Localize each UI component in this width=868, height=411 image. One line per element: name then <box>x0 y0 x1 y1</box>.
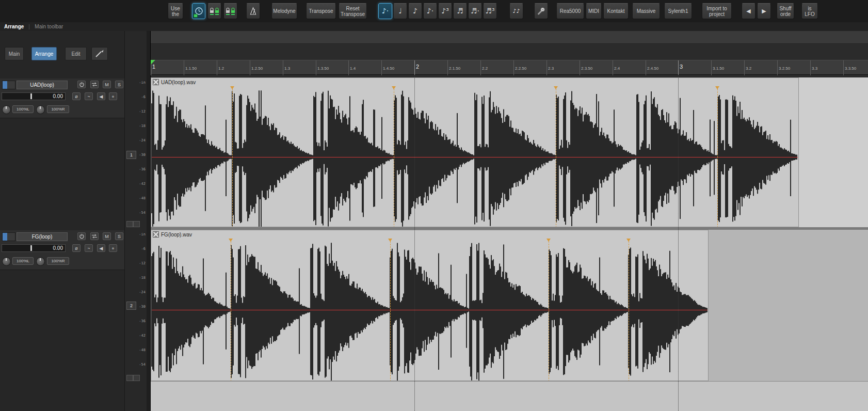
timeline-ruler[interactable]: 11.1.501.21.2.501.31.3.501.41.4.5022.1.5… <box>151 60 868 75</box>
grid-eighth-note-button[interactable]: ♪ <box>408 3 422 19</box>
phase-button[interactable]: ø <box>72 92 81 100</box>
zero-line <box>152 310 708 310</box>
mute-button[interactable]: M <box>103 81 111 88</box>
microphone-button[interactable] <box>534 3 548 19</box>
pan-left-knob[interactable] <box>2 257 11 266</box>
item-name: FG(loop).wav <box>161 232 192 238</box>
dock-tab-arrange[interactable]: Arrange <box>4 24 24 29</box>
panel-arrange-divider[interactable] <box>147 31 151 411</box>
lock-toggle-button-1[interactable] <box>207 3 221 19</box>
arrange-view[interactable]: 11.1.501.21.2.501.31.3.501.41.4.5022.1.5… <box>151 31 868 411</box>
grid-sixteenth-dotted-button[interactable]: ♬· <box>468 3 482 19</box>
volume-fader[interactable]: 0.00 <box>2 92 66 100</box>
volume-fader-handle[interactable] <box>30 93 32 99</box>
phase-button[interactable]: ø <box>72 244 81 252</box>
marker-flag[interactable] <box>151 60 155 65</box>
button-label: Massive <box>637 8 656 14</box>
lock-toggle-button-2[interactable] <box>223 3 237 19</box>
track-power-button[interactable] <box>77 232 86 240</box>
reset-transpose-button[interactable]: Reset Transpose <box>339 3 367 19</box>
empty-track-area[interactable] <box>151 381 868 411</box>
grid-quarter-note-button[interactable]: ♩ <box>393 3 407 19</box>
ruler-label: 3 <box>680 64 683 70</box>
volume-fader-handle[interactable] <box>30 245 32 251</box>
pan-right-value: 100%R <box>47 105 69 113</box>
track-env-mini-button[interactable] <box>133 375 140 381</box>
melodyne-button[interactable]: Melodyne <box>271 3 297 19</box>
track-cycle-button[interactable] <box>90 232 99 240</box>
rea5000-button[interactable]: Rea5000 <box>556 3 584 19</box>
envelope-button[interactable]: ~ <box>85 244 93 252</box>
panel-tab-edit[interactable]: Edit <box>65 47 87 60</box>
stretch-marker[interactable] <box>717 86 718 227</box>
dock-tab-main-toolbar[interactable]: Main toolbar <box>35 24 63 29</box>
metronome-button[interactable] <box>246 3 260 19</box>
grid-dotted-eighth-button[interactable]: ♪· <box>378 3 392 19</box>
sylenth1-button[interactable]: Sylenth1 <box>664 3 692 19</box>
track-panel-1[interactable]: UAD(loop) M S 0.00 ø ~ ◀ ● 100%L 100%R <box>0 78 124 118</box>
nav-back-button[interactable]: ◀ <box>742 3 756 19</box>
massive-button[interactable]: Massive <box>632 3 660 19</box>
ruler-tick <box>283 60 283 75</box>
track-cycle-button[interactable] <box>90 81 99 88</box>
track-icon[interactable] <box>2 81 15 89</box>
track-fx-mini-button[interactable] <box>126 221 133 227</box>
note-icon: ♪ <box>413 8 417 14</box>
ruler-tick <box>381 60 382 75</box>
is-lfo-button[interactable]: is LFO <box>801 3 818 19</box>
shuffle-order-button[interactable]: Shuff orde <box>777 3 794 19</box>
stretch-marker[interactable] <box>232 86 233 227</box>
track-name-field[interactable]: UAD(loop) <box>17 81 68 89</box>
pan-right-knob[interactable] <box>36 105 45 114</box>
record-arm-button[interactable]: ● <box>109 244 117 252</box>
stretch-marker[interactable] <box>390 239 391 381</box>
grid-sixteenth-note-button[interactable]: ♬ <box>453 3 467 19</box>
track-icon[interactable] <box>2 232 15 241</box>
solo-button[interactable]: S <box>115 232 123 240</box>
monitor-button[interactable]: ◀ <box>97 92 105 100</box>
mute-button[interactable]: M <box>103 232 111 240</box>
nav-forward-button[interactable]: ▶ <box>757 3 771 19</box>
pan-right-knob[interactable] <box>36 257 45 266</box>
pan-left-value: 100%L <box>12 105 34 113</box>
stretch-marker[interactable] <box>549 239 549 381</box>
track-panel-2[interactable]: FG(loop) M S 0.00 ø ~ ◀ ● 100%L 100%R <box>0 230 124 270</box>
envelope-button[interactable]: ~ <box>85 92 93 100</box>
swing-notes-button[interactable]: ♪♪ <box>509 3 523 19</box>
media-item-fg-loop[interactable]: FG(loop).wav <box>151 230 709 381</box>
volume-value: 0.00 <box>53 93 63 99</box>
transpose-button[interactable]: Transpose <box>306 3 336 19</box>
stretch-marker[interactable] <box>231 239 231 381</box>
grid-eighth-triplet-button[interactable]: ♪³ <box>438 3 452 19</box>
panel-tab-main[interactable]: Main <box>5 47 24 60</box>
grid-sixteenth-triplet-button[interactable]: ♬³ <box>483 3 497 19</box>
monitor-button[interactable]: ◀ <box>97 244 105 252</box>
track-name-field[interactable]: FG(loop) <box>17 232 68 241</box>
kontakt-button[interactable]: Kontakt <box>603 3 629 19</box>
stretch-marker[interactable] <box>556 86 556 227</box>
volume-value: 0.00 <box>53 245 63 251</box>
use-the-button[interactable]: Use the <box>168 3 183 19</box>
track-env-mini-button[interactable] <box>133 221 140 227</box>
item-icon <box>153 79 159 85</box>
midi-button[interactable]: MIDI <box>586 3 602 19</box>
db-label: -30 <box>139 153 146 157</box>
time-lock-button[interactable] <box>192 3 205 19</box>
track-power-button[interactable] <box>77 81 86 88</box>
record-arm-button[interactable]: ● <box>109 92 117 100</box>
import-to-project-button[interactable]: Import to project <box>702 3 732 19</box>
panel-tab-arrange[interactable]: Arrange <box>31 47 57 60</box>
stretch-marker[interactable] <box>629 239 629 381</box>
pan-left-knob[interactable] <box>2 105 11 114</box>
track-number-1[interactable]: 1 <box>126 151 136 159</box>
solo-button[interactable]: S <box>115 81 123 88</box>
zero-line <box>152 157 798 157</box>
media-item-uad-loop[interactable]: UAD(loop).wav <box>151 77 799 227</box>
theme-brush-button[interactable] <box>91 47 108 60</box>
volume-fader[interactable]: 0.00 <box>2 244 66 252</box>
track-fx-mini-button[interactable] <box>126 375 133 381</box>
ruler-tick <box>580 60 580 75</box>
grid-dotted-eighth-2-button[interactable]: ♪· <box>423 3 437 19</box>
track-number-2[interactable]: 2 <box>126 302 136 310</box>
stretch-marker[interactable] <box>394 86 394 227</box>
